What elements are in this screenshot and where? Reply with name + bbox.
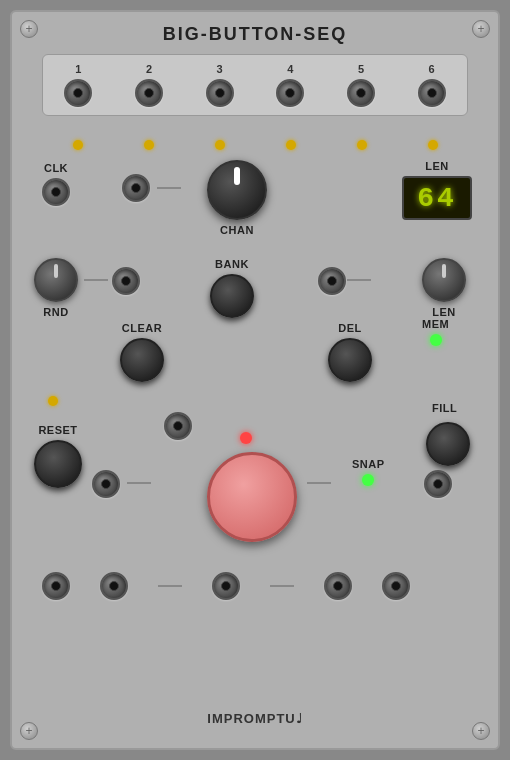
jack-col-1: 1 bbox=[64, 63, 92, 107]
bottom-jack-3[interactable] bbox=[212, 572, 240, 600]
dash-bottom-1 bbox=[158, 585, 182, 587]
led-4 bbox=[286, 140, 296, 150]
bank-label: BANK bbox=[215, 258, 249, 270]
bottom-jack-4[interactable] bbox=[324, 572, 352, 600]
bank-jack-out[interactable] bbox=[164, 412, 192, 440]
screw-tr bbox=[472, 20, 490, 38]
dash-rnd bbox=[84, 279, 108, 281]
jack-3[interactable] bbox=[206, 79, 234, 107]
jack-6[interactable] bbox=[418, 79, 446, 107]
jack-4[interactable] bbox=[276, 79, 304, 107]
led-row bbox=[42, 140, 468, 150]
clk-jack[interactable] bbox=[42, 178, 70, 206]
rnd-jack[interactable] bbox=[112, 267, 140, 295]
len-knob[interactable] bbox=[422, 258, 466, 302]
dash-1 bbox=[157, 187, 181, 189]
jack-1[interactable] bbox=[64, 79, 92, 107]
mem-led bbox=[430, 334, 442, 346]
snap-label: SNAP bbox=[352, 458, 385, 470]
chan-knob[interactable] bbox=[207, 160, 267, 220]
jack-label-1: 1 bbox=[75, 63, 81, 75]
len2-label: LEN bbox=[432, 306, 456, 318]
module-title: BIG-BUTTON-SEQ bbox=[163, 24, 348, 45]
len-label: LEN bbox=[425, 160, 449, 172]
fill-button[interactable] bbox=[426, 422, 470, 466]
clk-label: CLK bbox=[44, 162, 68, 174]
led-6 bbox=[428, 140, 438, 150]
bottom-jack-5[interactable] bbox=[382, 572, 410, 600]
screw-tl bbox=[20, 20, 38, 38]
del-jack-in[interactable] bbox=[318, 267, 346, 295]
led-2 bbox=[144, 140, 154, 150]
jack-col-5: 5 bbox=[347, 63, 375, 107]
reset-button[interactable] bbox=[34, 440, 82, 488]
red-led bbox=[240, 432, 252, 444]
jack-5[interactable] bbox=[347, 79, 375, 107]
brand-label: IMPROMPTU♩ bbox=[207, 711, 302, 726]
row2-jack2[interactable] bbox=[122, 174, 150, 202]
rnd-led bbox=[48, 396, 58, 406]
clear-button[interactable] bbox=[120, 338, 164, 382]
jack-col-2: 2 bbox=[135, 63, 163, 107]
module: BIG-BUTTON-SEQ 1 2 3 4 5 6 bbox=[10, 10, 500, 750]
rnd-knob[interactable] bbox=[34, 258, 78, 302]
del-label: DEL bbox=[338, 322, 362, 334]
jack-col-3: 3 bbox=[206, 63, 234, 107]
jack-label-3: 3 bbox=[217, 63, 223, 75]
bottom-jack-2[interactable] bbox=[100, 572, 128, 600]
dash-big-r bbox=[307, 482, 331, 484]
bottom-jack-1[interactable] bbox=[42, 572, 70, 600]
snap-led bbox=[362, 474, 374, 486]
jack-label-5: 5 bbox=[358, 63, 364, 75]
top-jack-row: 1 2 3 4 5 6 bbox=[42, 54, 468, 116]
jack-label-2: 2 bbox=[146, 63, 152, 75]
left-jack-1[interactable] bbox=[92, 470, 120, 498]
del-button[interactable] bbox=[328, 338, 372, 382]
jack-label-6: 6 bbox=[429, 63, 435, 75]
led-3 bbox=[215, 140, 225, 150]
reset-label: RESET bbox=[38, 424, 77, 436]
clear-label: CLEAR bbox=[122, 322, 162, 334]
led-5 bbox=[357, 140, 367, 150]
jack-label-4: 4 bbox=[287, 63, 293, 75]
screw-br bbox=[472, 722, 490, 740]
mem-label: MEM bbox=[422, 318, 449, 330]
len-display: 64 bbox=[402, 176, 472, 220]
dash-del bbox=[347, 279, 371, 281]
bank-button[interactable] bbox=[210, 274, 254, 318]
right-jack-1[interactable] bbox=[424, 470, 452, 498]
jack-col-4: 4 bbox=[276, 63, 304, 107]
screw-bl bbox=[20, 722, 38, 740]
fill-label: FILL bbox=[432, 402, 457, 414]
rnd-label: RND bbox=[43, 306, 68, 318]
dash-big bbox=[127, 482, 151, 484]
jack-col-6: 6 bbox=[418, 63, 446, 107]
jack-2[interactable] bbox=[135, 79, 163, 107]
led-1 bbox=[73, 140, 83, 150]
dash-bottom-2 bbox=[270, 585, 294, 587]
big-button[interactable] bbox=[207, 452, 297, 542]
chan-label: CHAN bbox=[220, 224, 254, 236]
